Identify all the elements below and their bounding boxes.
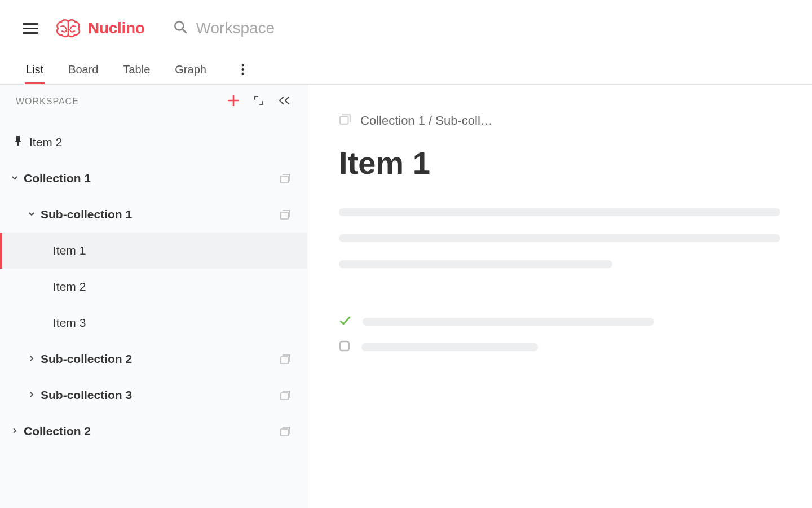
view-tabs: List Board Table Graph [0, 56, 812, 85]
sidebar: WORKSPACE [0, 85, 307, 508]
collection-icon [280, 389, 291, 401]
tree-subcollection-3[interactable]: Sub-collection 3 [0, 377, 307, 413]
tab-graph[interactable]: Graph [174, 56, 208, 84]
sidebar-title: WORKSPACE [16, 97, 79, 107]
brand-name: Nuclino [88, 19, 145, 37]
tree-label: Collection 2 [24, 424, 91, 438]
add-icon[interactable] [228, 95, 239, 108]
tree-label: Item 1 [53, 244, 86, 257]
collection-icon [280, 209, 291, 220]
search-placeholder: Workspace [196, 19, 275, 37]
menu-icon[interactable] [23, 20, 38, 36]
svg-rect-11 [281, 393, 288, 400]
sidebar-tree: Item 2 Collection 1 [0, 119, 307, 449]
chevron-down-icon [27, 210, 36, 219]
collection-icon [280, 426, 291, 437]
tree-label: Collection 1 [24, 172, 91, 185]
tree-label: Item 2 [53, 280, 86, 294]
collection-icon [280, 353, 291, 365]
tree-item-2[interactable]: Item 2 [0, 269, 307, 305]
expand-icon[interactable] [254, 95, 264, 108]
brain-icon [55, 19, 81, 38]
svg-rect-7 [17, 142, 19, 146]
chevron-right-icon [10, 427, 19, 436]
tree-label: Sub-collection 2 [41, 352, 132, 366]
main-area: WORKSPACE [0, 85, 812, 508]
tree-collection-1[interactable]: Collection 1 [0, 160, 307, 196]
collection-icon [280, 173, 291, 184]
tree-subcollection-1[interactable]: Sub-collection 1 [0, 196, 307, 233]
tree-item-3[interactable]: Item 3 [0, 305, 307, 341]
tab-board[interactable]: Board [67, 56, 99, 84]
tab-list[interactable]: List [25, 56, 45, 84]
svg-point-2 [241, 64, 244, 66]
app-header: Nuclino Workspace [0, 0, 812, 56]
placeholder-line [339, 234, 780, 242]
search-icon [173, 20, 188, 37]
pinned-item[interactable]: Item 2 [0, 124, 307, 160]
task-row-todo[interactable] [339, 340, 780, 354]
pin-icon [14, 135, 23, 150]
tree-item-1[interactable]: Item 1 [0, 233, 307, 269]
breadcrumb-text: Collection 1 / Sub-coll… [360, 113, 493, 128]
tree-collection-2[interactable]: Collection 2 [0, 413, 307, 449]
svg-rect-14 [340, 341, 349, 351]
tree-label: Item 3 [53, 316, 86, 330]
tree-label: Sub-collection 3 [41, 388, 132, 402]
brand-logo[interactable]: Nuclino [55, 19, 145, 38]
chevron-down-icon [10, 174, 19, 183]
collapse-sidebar-icon[interactable] [279, 96, 291, 107]
placeholder-line [339, 208, 780, 216]
chevron-right-icon [27, 391, 36, 400]
check-icon [339, 314, 351, 329]
content-pane: Collection 1 / Sub-coll… Item 1 [307, 85, 812, 508]
svg-rect-8 [281, 176, 288, 183]
svg-rect-12 [281, 429, 288, 436]
checkbox-empty-icon [339, 340, 350, 354]
svg-rect-13 [340, 117, 348, 124]
svg-rect-10 [281, 357, 288, 364]
svg-rect-9 [281, 212, 288, 219]
page-title[interactable]: Item 1 [339, 144, 780, 181]
search-button[interactable]: Workspace [173, 19, 275, 37]
tree-label: Sub-collection 1 [41, 208, 132, 221]
svg-line-1 [182, 29, 186, 32]
more-icon[interactable] [241, 64, 244, 77]
svg-point-3 [241, 68, 244, 71]
chevron-right-icon [27, 354, 36, 364]
placeholder-line [361, 343, 538, 351]
tab-table[interactable]: Table [122, 56, 152, 84]
pinned-item-label: Item 2 [29, 135, 62, 149]
task-row-done[interactable] [339, 314, 780, 329]
breadcrumb[interactable]: Collection 1 / Sub-coll… [339, 113, 780, 129]
collection-icon [339, 113, 351, 129]
placeholder-line [339, 260, 612, 268]
placeholder-line [363, 318, 654, 326]
svg-point-4 [241, 72, 244, 75]
tree-subcollection-2[interactable]: Sub-collection 2 [0, 341, 307, 377]
